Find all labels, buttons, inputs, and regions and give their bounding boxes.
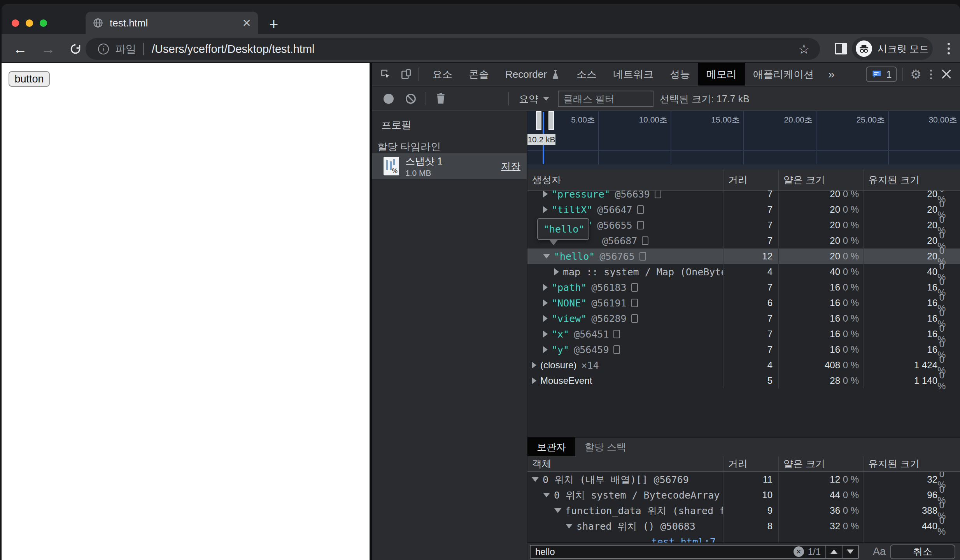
- new-tab-button[interactable]: +: [269, 16, 278, 33]
- snapshot-item[interactable]: % 스냅샷 1 1.0 MB 저장: [372, 153, 527, 179]
- collapsed-arrow-icon[interactable]: [543, 206, 548, 213]
- browser-menu-icon[interactable]: [948, 43, 950, 54]
- constructor-row[interactable]: "tiltX"@566477200 %200 %: [527, 202, 960, 217]
- prev-match-button[interactable]: [825, 546, 842, 558]
- devtools-tab-5[interactable]: 성능: [662, 63, 698, 86]
- preview-box-icon: [631, 299, 638, 307]
- clear-search-icon[interactable]: ×: [794, 546, 804, 557]
- match-case-toggle[interactable]: Aa: [873, 546, 886, 558]
- chevron-down-icon2: [847, 550, 854, 554]
- collapsed-arrow-icon[interactable]: [543, 191, 548, 198]
- trash-icon[interactable]: [435, 92, 447, 105]
- col-retained2[interactable]: 유지된 크기: [863, 456, 960, 471]
- devtools-tab-4[interactable]: 네트워크: [605, 63, 662, 86]
- constructor-row[interactable]: "hello"@5676512200 %200 %: [527, 248, 960, 264]
- devtools-tab-1[interactable]: 콘솔: [461, 63, 497, 86]
- collapsed-arrow-icon[interactable]: [543, 315, 548, 322]
- minimize-window-button[interactable]: [26, 19, 33, 27]
- constructor-row[interactable]: "path"@561837160 %160 %: [527, 280, 960, 295]
- expanded-arrow-icon[interactable]: [566, 524, 573, 528]
- retainer-row[interactable]: 0 위치 system / BytecodeArray @5677110440 …: [527, 487, 960, 503]
- cancel-search-button[interactable]: 취소: [890, 544, 955, 559]
- devtools-close-icon[interactable]: [941, 69, 951, 79]
- constructors-header[interactable]: 생성자 거리 얕은 크기 유지된 크기: [527, 170, 960, 191]
- devtools-tab-0[interactable]: 요소: [424, 63, 461, 86]
- tab-close-icon[interactable]: ✕: [242, 17, 251, 30]
- expanded-arrow-icon[interactable]: [543, 254, 550, 259]
- constructor-row[interactable]: "tiltY"@566557200 %200 %: [527, 217, 960, 233]
- retainer-row[interactable]: 0 위치 (내부 배열)[] @5676911120 %320 %: [527, 472, 960, 487]
- search-input[interactable]: hello × 1/1: [530, 545, 859, 559]
- name-text: (closure): [540, 360, 576, 371]
- collapsed-arrow-icon[interactable]: [543, 346, 548, 353]
- clear-icon[interactable]: [405, 93, 417, 105]
- collapsed-arrow-icon[interactable]: [543, 299, 548, 306]
- window-controls[interactable]: [12, 19, 47, 27]
- constructor-row[interactable]: MouseEvent5280 %1 1400 %: [527, 373, 960, 388]
- retainer-row[interactable]: function_data 위치 (shared functio9360 %38…: [527, 503, 960, 518]
- class-filter-input[interactable]: 클래스 필터: [558, 91, 653, 107]
- inspect-element-icon[interactable]: [380, 68, 392, 80]
- more-tabs-icon[interactable]: »: [822, 68, 841, 81]
- next-match-button[interactable]: [842, 546, 858, 558]
- collapsed-arrow-icon[interactable]: [554, 268, 559, 275]
- devtools-tab-2[interactable]: Recorder: [497, 63, 568, 86]
- devtools-menu-icon[interactable]: [923, 70, 939, 79]
- devtools-tab-6[interactable]: 메모리: [698, 63, 745, 86]
- retainer-name: function_data 위치 (shared functio: [527, 504, 723, 517]
- page-button[interactable]: button: [9, 71, 50, 87]
- bookmark-star-icon[interactable]: ☆: [798, 41, 810, 57]
- range-handle-left[interactable]: [536, 111, 541, 130]
- reload-icon[interactable]: [69, 43, 82, 55]
- site-info-icon[interactable]: i: [98, 44, 109, 54]
- url-path[interactable]: /Users/yceffort/Desktop/test.html: [152, 43, 798, 56]
- retainers-header[interactable]: 객체 거리 얕은 크기 유지된 크기: [527, 456, 960, 472]
- col-shallow[interactable]: 얕은 크기: [778, 170, 863, 190]
- search-query[interactable]: hello: [531, 546, 794, 557]
- constructor-row[interactable]: map :: system / Map (OneByteInte4400 %40…: [527, 264, 960, 280]
- col-shallow2[interactable]: 얕은 크기: [778, 456, 863, 471]
- browser-tab[interactable]: test.html ✕: [86, 12, 258, 34]
- col-constructor[interactable]: 생성자: [527, 170, 723, 190]
- forward-icon[interactable]: →: [41, 41, 55, 57]
- url-bar[interactable]: i 파일 /Users/yceffort/Desktop/test.html ☆: [86, 38, 820, 60]
- snapshot-text: 스냅샷 1 1.0 MB: [405, 155, 443, 178]
- settings-gear-icon[interactable]: ⚙: [910, 67, 921, 82]
- retainer-row[interactable]: shared 위치 () @506838320 %4400 %: [527, 518, 960, 534]
- issues-button[interactable]: 1: [866, 66, 897, 82]
- constructor-row[interactable]: "pressure"@566397200 %200 %: [527, 191, 960, 202]
- col-distance2[interactable]: 거리: [723, 456, 778, 471]
- range-handle-right[interactable]: [548, 111, 554, 130]
- constructor-row[interactable]: (closure)×1444080 %1 4240 %: [527, 357, 960, 373]
- tab-allocation-stack[interactable]: 할당 스택: [575, 438, 636, 456]
- save-link[interactable]: 저장: [501, 160, 520, 173]
- devtools-tab-7[interactable]: 애플리케이션: [745, 63, 822, 86]
- timeline-scroll-strip[interactable]: [527, 164, 960, 170]
- size-percent: 0 %: [840, 490, 863, 500]
- close-window-button[interactable]: [12, 19, 19, 27]
- col-distance[interactable]: 거리: [723, 170, 778, 190]
- devtools-tab-3[interactable]: 소스: [568, 63, 605, 86]
- record-icon[interactable]: [384, 94, 394, 104]
- allocation-timeline-overview[interactable]: 5.00초10.00초15.00초20.00초25.00초30.00초 10.2…: [527, 111, 960, 170]
- perspective-select[interactable]: 요약: [519, 93, 549, 105]
- expanded-arrow-icon[interactable]: [532, 477, 539, 482]
- device-toolbar-icon[interactable]: [400, 68, 412, 80]
- tab-retainers[interactable]: 보관자: [527, 438, 575, 456]
- col-object[interactable]: 객체: [527, 456, 723, 471]
- collapsed-arrow-icon[interactable]: [532, 377, 536, 384]
- side-panel-icon[interactable]: [835, 43, 847, 54]
- constructor-row[interactable]: "x"@564517160 %160 %: [527, 326, 960, 342]
- zoom-window-button[interactable]: [40, 19, 47, 27]
- constructor-row[interactable]: "view"@562897160 %160 %: [527, 311, 960, 326]
- constructor-row[interactable]: "y"@564597160 %160 %: [527, 342, 960, 357]
- expanded-arrow-icon[interactable]: [543, 493, 550, 497]
- expanded-arrow-icon[interactable]: [554, 508, 561, 513]
- collapsed-arrow-icon[interactable]: [543, 284, 548, 291]
- col-retained[interactable]: 유지된 크기: [863, 170, 960, 190]
- constructor-row[interactable]: "NONE"@561916160 %160 %: [527, 295, 960, 311]
- back-icon[interactable]: ←: [13, 41, 27, 57]
- collapsed-arrow-icon[interactable]: [543, 331, 548, 338]
- constructor-row[interactable]: @566877200 %200 %: [527, 233, 960, 248]
- collapsed-arrow-icon[interactable]: [532, 362, 536, 369]
